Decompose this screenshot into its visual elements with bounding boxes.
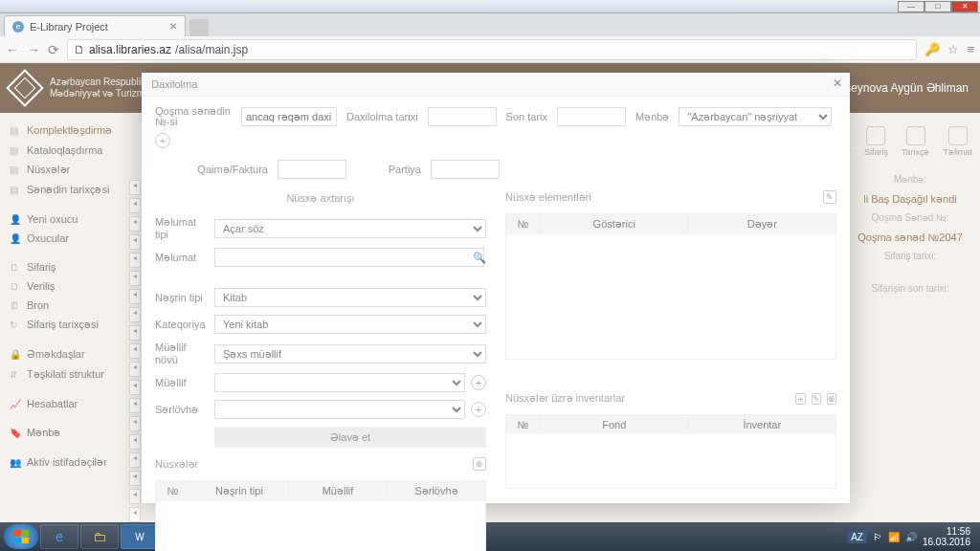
expand-handle[interactable]: ◂ [129, 471, 141, 486]
col-deyer[interactable]: Dəyər [689, 214, 836, 234]
maximize-button[interactable]: □ [924, 1, 951, 12]
son-tarix-input[interactable] [557, 107, 626, 126]
menu-icon[interactable]: ≡ [967, 42, 974, 56]
col-nashrin[interactable]: Nəşrin tipi [190, 481, 289, 501]
modal-daxilolma: Daxilolma ✕ Qoşma sənədin №-si Daxilolma… [142, 73, 850, 503]
sidebar-item-oxucular[interactable]: 👤Oxucular [4, 229, 125, 248]
toolbar-telimat[interactable]: Təlimat [944, 126, 973, 157]
add-sarlovha-button[interactable]: + [471, 402, 486, 417]
edit-elements-icon[interactable]: ✎ [823, 190, 836, 204]
sidebar-item-struktur[interactable]: ⇵Təşkilati struktur [4, 364, 125, 385]
sidebar-item-verilis[interactable]: 🗋Veriliş [4, 276, 125, 296]
daxilolma-date-input[interactable] [428, 107, 497, 126]
tag-icon: 🔖 [10, 428, 21, 438]
col-fond[interactable]: Fond [541, 415, 689, 434]
sidebar-item-manba[interactable]: 🔖Mənbə [4, 423, 125, 443]
tray-network-icon[interactable]: 📶 [888, 532, 900, 542]
muallif-novu-select[interactable]: Şəxs müəllif [214, 344, 486, 364]
sidebar-item-yeni-oxucu[interactable]: 👤Yeni oxucu [4, 209, 125, 229]
expand-handle[interactable]: ◂ [129, 198, 141, 213]
col-no[interactable]: № [506, 214, 541, 234]
edit-inventar-icon[interactable]: ✎ [812, 393, 821, 405]
inventar-header: Nüsxələr üzrə inventarlar [505, 392, 625, 405]
expand-handle[interactable]: ◂ [129, 380, 141, 395]
start-button[interactable] [4, 524, 38, 549]
expand-handle[interactable]: ◂ [129, 289, 141, 304]
col-no[interactable]: № [506, 415, 541, 434]
window-titlebar: — □ ✕ [0, 0, 980, 13]
expand-handle[interactable]: ◂ [129, 234, 141, 250]
expand-handle[interactable]: ◂ [129, 271, 141, 286]
sidebar-item-sifaris[interactable]: 🗋Sifariş [4, 257, 125, 276]
sidebar-item-kataloq[interactable]: ▤Kataloqlaşdırma [4, 141, 125, 160]
expand-handle[interactable]: ◂ [129, 507, 141, 522]
tray-sound-icon[interactable]: 🔊 [905, 532, 917, 542]
add-inventar-icon[interactable]: ＋ [795, 393, 806, 405]
sarlovha-label: Sərlövhə [155, 404, 209, 416]
browser-tab-active[interactable]: e E-Library Project ✕ [4, 15, 186, 36]
tab-close-icon[interactable]: ✕ [169, 21, 177, 32]
sidebar-item-tarixce[interactable]: ▤Sənədin tarixçəsi [4, 180, 125, 200]
col-inventar[interactable]: İnventar [689, 415, 836, 434]
expand-handle[interactable]: ◂ [129, 253, 141, 268]
expand-handle[interactable]: ◂ [129, 307, 141, 322]
qosma-input[interactable] [241, 107, 337, 126]
sidebar-item-emekdaslar[interactable]: 🔒Əməkdaşlar [4, 344, 125, 364]
col-no[interactable]: № [156, 481, 190, 501]
add-manba-button[interactable]: + [155, 133, 170, 148]
expand-handle[interactable]: ◂ [129, 343, 141, 359]
muallif-select[interactable] [214, 373, 465, 392]
new-tab-button[interactable] [189, 19, 209, 36]
expand-handle[interactable]: ◂ [129, 416, 141, 431]
sidebar-item-hesabatlar[interactable]: 📈Hesabatlar [4, 394, 125, 413]
lang-indicator[interactable]: AZ [847, 531, 867, 543]
expand-handle[interactable]: ◂ [129, 362, 141, 377]
malumat-input[interactable] [214, 248, 484, 267]
lock-icon: 🔒 [10, 349, 21, 360]
url-bar[interactable]: 🗋 alisa.libraries.az/alisa/main.jsp [67, 39, 917, 60]
expand-handle[interactable]: ◂ [129, 434, 141, 450]
clear-inventar-icon[interactable]: ⊗ [827, 393, 836, 405]
sidebar-item-bron[interactable]: 🗓Bron [4, 296, 125, 315]
qaima-input[interactable] [278, 160, 346, 179]
toolbar-sifaris[interactable]: Sifariş [864, 126, 888, 157]
history-icon: ↻ [10, 320, 21, 330]
expand-handle[interactable]: ◂ [129, 325, 141, 341]
add-muallif-button[interactable]: + [471, 375, 486, 390]
expand-handle[interactable]: ◂ [129, 180, 141, 195]
sidebar-item-komplekt[interactable]: ▤Komplektləşdirmə [4, 121, 125, 141]
expand-handle[interactable]: ◂ [129, 452, 141, 468]
bookmark-icon[interactable]: ☆ [947, 42, 959, 56]
clock[interactable]: 11:56 16.03.2016 [923, 526, 970, 547]
partiya-input[interactable] [431, 160, 500, 179]
col-gosterici[interactable]: Göstərici [541, 214, 689, 234]
taskbar-ie[interactable]: e [40, 524, 78, 549]
taskbar-explorer[interactable]: 🗀 [80, 524, 119, 549]
nashrin-tipi-select[interactable]: Kitab [214, 288, 486, 307]
key-icon[interactable]: 🔑 [924, 42, 940, 56]
son-tarix-label: Son tarix [506, 111, 547, 122]
back-icon[interactable]: ← [6, 42, 19, 57]
col-sarlovha[interactable]: Sərlövhə [388, 481, 485, 501]
minimize-button[interactable]: — [898, 1, 924, 12]
clear-nusxalar-icon[interactable]: ⊗ [473, 457, 486, 471]
col-muallif[interactable]: Müəllif [289, 481, 388, 501]
expand-handle[interactable]: ◂ [129, 398, 141, 413]
toolbar-tarixce[interactable]: Tarixçə [902, 126, 930, 157]
kateqoriya-label: Kateqoriya [155, 319, 209, 330]
manba-select[interactable]: "Azərbaycan" nəşriyyat [679, 107, 832, 126]
elave-et-button[interactable]: Əlavə et [214, 427, 486, 448]
modal-close-icon[interactable]: ✕ [833, 77, 842, 90]
expand-handle[interactable]: ◂ [129, 489, 141, 504]
expand-handle[interactable]: ◂ [129, 216, 141, 231]
malumat-tipi-select[interactable]: Açar söz [214, 219, 486, 238]
sidebar-item-aktiv[interactable]: 👥Aktiv istifadəçilər [4, 452, 125, 473]
sarlovha-select[interactable] [214, 400, 465, 419]
kateqoriya-select[interactable]: Yeni kitab [214, 315, 486, 334]
tray-flag-icon[interactable]: 🏳 [873, 532, 882, 542]
sidebar-item-sifaris-tarixce[interactable]: ↻Sifariş tarixçəsi [4, 315, 125, 335]
forward-icon[interactable]: → [27, 42, 40, 57]
reload-icon[interactable]: ⟳ [48, 42, 59, 57]
sidebar-item-nusxalar[interactable]: ▤Nüsxələr [4, 160, 125, 180]
window-close-button[interactable]: ✕ [951, 1, 978, 12]
